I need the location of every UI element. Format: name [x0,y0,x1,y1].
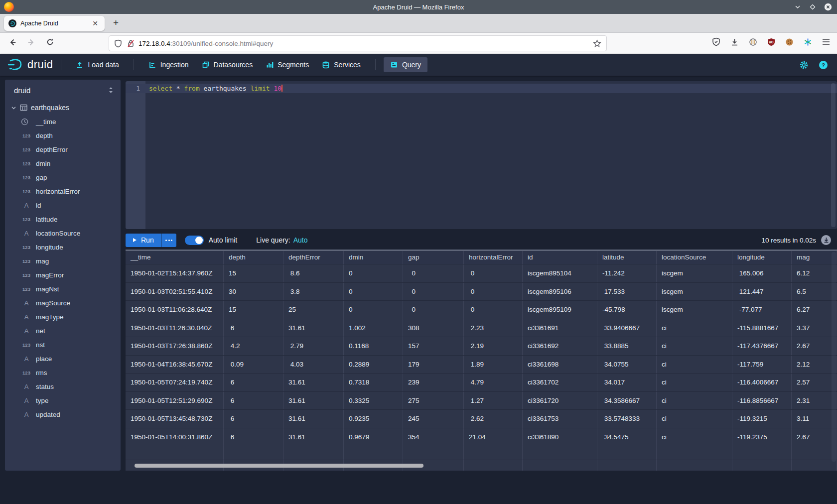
close-icon[interactable] [824,3,832,11]
nav-datasources[interactable]: Datasources [195,57,260,72]
schema-column-id[interactable]: Aid [5,198,121,212]
column-header-longitude[interactable]: longitude [732,251,792,264]
empty-cell [792,460,837,471]
schema-column-rms[interactable]: 123rms [5,366,121,379]
download-results-icon[interactable] [821,235,831,245]
schema-column-nst[interactable]: 123nst [5,338,121,352]
schema-column-latitude[interactable]: 123latitude [5,212,121,226]
pocket-shield-icon[interactable] [712,37,720,46]
schema-column-net[interactable]: Anet [5,324,121,338]
forward-icon[interactable] [27,38,36,47]
table-cell: 1950-01-03T11:26:30.040Z [126,319,224,337]
schema-column-longitude[interactable]: 123longitude [5,240,121,254]
schema-column-place[interactable]: Aplace [5,352,121,366]
schema-column-__time[interactable]: __time [5,115,121,128]
schema-column-horizontalError[interactable]: 123horizontalError [5,184,121,198]
schema-column-dmin[interactable]: 123dmin [5,156,121,170]
column-header-locationSource[interactable]: locationSource [657,251,732,264]
nav-ingestion[interactable]: Ingestion [142,57,195,72]
url-bar[interactable]: 172.18.0.4:30109/unified-console.html#qu… [109,35,607,51]
schema-column-depthError[interactable]: 123depthError [5,142,121,156]
schema-column-mag[interactable]: 123mag [5,254,121,268]
editor-scrollbar[interactable] [831,83,836,227]
editor-gutter [126,81,145,229]
table-cell: iscgem895109 [523,301,597,319]
schema-column-magNst[interactable]: 123magNst [5,282,121,296]
cookie-extension-icon[interactable] [785,38,794,46]
colorful-asterisk-extension-icon[interactable] [804,38,812,46]
column-header-gap[interactable]: gap [403,251,464,264]
schema-column-locationSource[interactable]: AlocationSource [5,226,121,240]
help-icon[interactable]: ? [819,60,828,70]
nav-load-data[interactable]: Load data [69,57,125,72]
table-row: 1950-01-03T17:26:38.860Z 4.2 2.790.11681… [126,337,837,356]
column-header-depth[interactable]: depth [224,251,283,264]
sql-token: earthquakes [200,85,251,92]
column-header-horizontalError[interactable]: horizontalError [464,251,523,264]
bookmark-star-icon[interactable] [593,39,601,48]
vertical-scrollbar[interactable] [832,252,836,462]
tree-item-earthquakes[interactable]: earthquakes [5,101,121,115]
schema-column-status[interactable]: Astatus [5,379,121,393]
schema-column-label: dmin [36,160,50,167]
schema-column-magType[interactable]: AmagType [5,310,121,324]
nav-divider [375,59,376,70]
schema-column-label: magNst [36,285,59,293]
nav-services[interactable]: Services [315,57,367,72]
back-icon[interactable] [8,38,17,47]
auto-limit-toggle[interactable] [185,236,204,245]
gear-icon[interactable] [799,60,809,70]
schema-column-type[interactable]: Atype [5,393,121,407]
table-cell: 6 [224,374,283,391]
schema-column-label: gap [36,174,47,181]
run-button[interactable]: Run [126,234,161,247]
chevron-down-icon [11,105,16,111]
lock-insecure-icon[interactable] [127,39,135,48]
console-content: druid earthquakes __time123depth123depth… [0,76,837,504]
table-cell: 1950-01-03T11:06:28.640Z [126,301,224,319]
druid-logo[interactable]: druid [7,58,53,71]
tab-close-icon[interactable]: ✕ [90,19,100,28]
download-icon[interactable] [730,38,739,46]
nav-segments[interactable]: Segments [259,57,315,72]
window-titlebar: Apache Druid — Mozilla Firefox [0,0,837,14]
stacked-squares-icon [202,61,210,69]
column-header-id[interactable]: id [523,251,597,264]
browser-tab[interactable]: Apache Druid ✕ [4,16,105,31]
schema-column-updated[interactable]: Aupdated [5,407,121,421]
schema-column-depth[interactable]: 123depth [5,128,121,142]
number-type-icon: 123 [21,161,32,166]
container-extension-icon[interactable] [749,38,757,46]
column-header-dmin[interactable]: dmin [344,251,403,264]
query-editor[interactable]: 1 select * from earthquakes limit 10 [126,81,837,229]
sort-double-caret-icon[interactable] [108,87,114,94]
table-cell: 4.79 [464,374,523,391]
menu-icon[interactable] [822,38,830,45]
table-cell: 1950-01-03T02:51:55.410Z [126,283,224,301]
run-more-options-button[interactable] [161,234,176,247]
horizontal-scrollbar[interactable] [135,464,423,468]
reload-icon[interactable] [46,38,54,46]
ublock-icon[interactable]: uO [767,38,775,46]
bar-chart-icon [266,61,274,69]
empty-cell [523,460,597,471]
number-type-icon: 123 [21,189,32,194]
column-header-depthError[interactable]: depthError [283,251,344,264]
table-cell: 0 [464,264,523,282]
column-header-__time[interactable]: __time [126,251,224,264]
schema-column-gap[interactable]: 123gap [5,170,121,184]
schema-column-magSource[interactable]: AmagSource [5,296,121,310]
column-header-mag[interactable]: mag [792,251,837,264]
table-cell: 0 [403,283,464,301]
minimize-icon[interactable] [794,3,801,10]
shield-icon[interactable] [114,39,122,48]
nav-divider [61,59,61,70]
live-query-value[interactable]: Auto [293,236,308,244]
nav-query[interactable]: Query [384,57,427,72]
new-tab-button[interactable]: + [110,17,122,28]
column-header-latitude[interactable]: latitude [597,251,657,264]
nav-label: Query [402,61,421,69]
table-cell: ci [657,428,732,446]
maximize-icon[interactable] [809,3,816,10]
schema-column-magError[interactable]: 123magError [5,268,121,282]
